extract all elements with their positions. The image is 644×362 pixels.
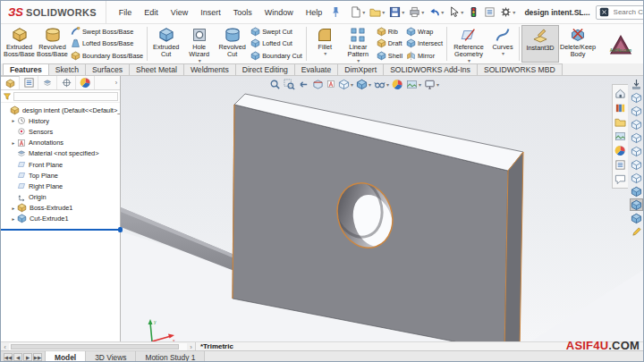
next-tab-icon[interactable]: ▶: [23, 353, 32, 361]
swept-cut-button[interactable]: Swept Cut: [250, 27, 302, 37]
menu-help[interactable]: Help: [301, 6, 328, 19]
display-style-icon[interactable]: [356, 79, 371, 90]
top-view-icon[interactable]: [630, 145, 643, 157]
pin-menu-icon[interactable]: [329, 6, 341, 18]
tab-sheet-metal[interactable]: Sheet Metal: [129, 63, 184, 75]
lofted-cut-button[interactable]: Lofted Cut: [250, 38, 302, 48]
search-input[interactable]: [612, 7, 644, 17]
options-button[interactable]: [498, 5, 517, 19]
tab-solidworks-mbd[interactable]: SOLIDWORKS MBD: [477, 63, 563, 75]
expand-arrow-icon[interactable]: [10, 140, 17, 146]
tab-model[interactable]: Model: [46, 351, 86, 362]
annotations-visibility-icon[interactable]: [326, 80, 335, 88]
revolved-boss-button[interactable]: Revolved Boss/Base: [36, 25, 69, 63]
back-view-icon[interactable]: [630, 105, 643, 117]
forum-icon[interactable]: [614, 173, 626, 185]
filter-funnel-icon[interactable]: [3, 92, 12, 101]
panel-overflow-chevron-icon[interactable]: ›: [115, 80, 120, 86]
apply-scene-icon[interactable]: [406, 79, 421, 90]
new-view-pencil-icon[interactable]: [630, 225, 643, 238]
save-button[interactable]: [387, 5, 406, 19]
select-button[interactable]: [446, 5, 465, 19]
trimetric-view-icon[interactable]: [630, 198, 643, 211]
configuration-manager-tab[interactable]: [38, 76, 57, 89]
scroll-thumb[interactable]: [11, 344, 179, 349]
instant3d-button[interactable]: Instant3D: [521, 25, 559, 63]
scroll-track[interactable]: [9, 343, 187, 350]
solidworks-resources-home-icon[interactable]: [614, 88, 626, 99]
tree-filter-input[interactable]: [13, 92, 118, 101]
tab-weldments[interactable]: Weldments: [183, 63, 236, 75]
menu-insert[interactable]: Insert: [195, 6, 226, 19]
menu-file[interactable]: File: [114, 6, 138, 19]
tree-item-material[interactable]: Material <not specified>: [3, 148, 120, 159]
undo-button[interactable]: [427, 5, 445, 19]
tree-item-top-plane[interactable]: Top Plane: [3, 170, 120, 181]
hide-show-items-icon[interactable]: [374, 79, 389, 90]
view-orientation-icon[interactable]: [338, 79, 353, 90]
rib-button[interactable]: Rib: [377, 27, 402, 37]
scroll-left-icon[interactable]: [1, 344, 9, 350]
file-explorer-icon[interactable]: [614, 116, 626, 128]
custom-properties-icon[interactable]: [614, 159, 626, 171]
wrap-button[interactable]: Wrap: [406, 27, 443, 37]
fillet-button[interactable]: Fillet: [309, 25, 342, 63]
tree-item-annotations[interactable]: Annotations: [3, 138, 120, 148]
tree-item-front-plane[interactable]: Front Plane: [3, 159, 120, 170]
tree-item-history[interactable]: History: [3, 115, 120, 126]
isometric-view-icon[interactable]: [630, 172, 643, 184]
section-view-icon[interactable]: [312, 79, 324, 90]
lofted-boss-button[interactable]: Lofted Boss/Base: [71, 38, 143, 48]
print-button[interactable]: [407, 5, 426, 19]
tab-3d-views[interactable]: 3D Views: [86, 351, 136, 362]
edit-appearance-icon[interactable]: [392, 79, 403, 90]
tab-sketch[interactable]: Sketch: [48, 63, 86, 75]
expand-arrow-icon[interactable]: [10, 216, 17, 222]
rebuild-button[interactable]: [466, 5, 481, 19]
tree-item-right-plane[interactable]: Right Plane: [3, 181, 120, 191]
appearances-scenes-icon[interactable]: [614, 145, 626, 156]
previous-view-icon[interactable]: [298, 79, 309, 90]
file-properties-button[interactable]: [482, 5, 497, 19]
first-tab-icon[interactable]: ◀◀: [4, 353, 13, 361]
normal-to-view-icon[interactable]: [630, 78, 643, 90]
tab-motion-study-1[interactable]: Motion Study 1: [136, 351, 205, 362]
display-manager-tab[interactable]: [76, 76, 95, 89]
tree-item-origin[interactable]: Origin: [3, 192, 120, 203]
search-commands-box[interactable]: [596, 5, 644, 20]
boundary-boss-button[interactable]: Boundary Boss/Base: [71, 51, 143, 61]
mirror-button[interactable]: Mirror: [406, 51, 443, 61]
draft-button[interactable]: Draft: [377, 38, 402, 48]
tree-item-boss-extrude1[interactable]: Boss-Extrude1: [3, 203, 120, 214]
extruded-cut-button[interactable]: Extruded Cut: [149, 25, 182, 63]
menu-edit[interactable]: Edit: [139, 6, 164, 19]
tab-dimxpert[interactable]: DimXpert: [337, 63, 384, 75]
zoom-to-area-icon[interactable]: [284, 79, 295, 90]
last-tab-icon[interactable]: ▶▶: [33, 353, 42, 361]
zoom-to-fit-icon[interactable]: [269, 79, 281, 90]
view-palette-icon[interactable]: [614, 130, 626, 142]
tab-direct-editing[interactable]: Direct Editing: [235, 63, 295, 75]
tree-item-cut-extrude1[interactable]: Cut-Extrude1: [3, 214, 120, 224]
intersect-button[interactable]: Intersect: [406, 38, 443, 48]
single-view-icon[interactable]: [630, 212, 643, 224]
reference-geometry-button[interactable]: Reference Geometry: [449, 25, 488, 63]
delete-keep-body-button[interactable]: Delete/Keep Body: [559, 25, 597, 63]
boundary-cut-button[interactable]: Boundary Cut: [250, 51, 302, 61]
linear-pattern-button[interactable]: Linear Pattern: [342, 25, 375, 63]
dimetric-view-icon[interactable]: [630, 185, 643, 198]
new-document-button[interactable]: [348, 5, 367, 19]
menu-window[interactable]: Window: [259, 6, 299, 19]
part-3d-scene[interactable]: y x z: [121, 76, 644, 341]
open-document-button[interactable]: [368, 5, 386, 19]
scroll-right-icon[interactable]: [187, 344, 195, 350]
tree-item-sensors[interactable]: Sensors: [3, 126, 120, 137]
dimxpert-manager-tab[interactable]: [57, 76, 76, 89]
extruded-boss-button[interactable]: Extruded Boss/Base: [3, 25, 36, 63]
tab-solidworks-add-ins[interactable]: SOLIDWORKS Add-Ins: [383, 63, 478, 75]
revolved-cut-button[interactable]: Revolved Cut: [216, 25, 249, 63]
swept-boss-button[interactable]: Swept Boss/Base: [71, 27, 143, 37]
curves-button[interactable]: Curves: [488, 25, 517, 63]
prev-tab-icon[interactable]: ◀: [13, 353, 22, 361]
front-view-icon[interactable]: [630, 91, 643, 104]
